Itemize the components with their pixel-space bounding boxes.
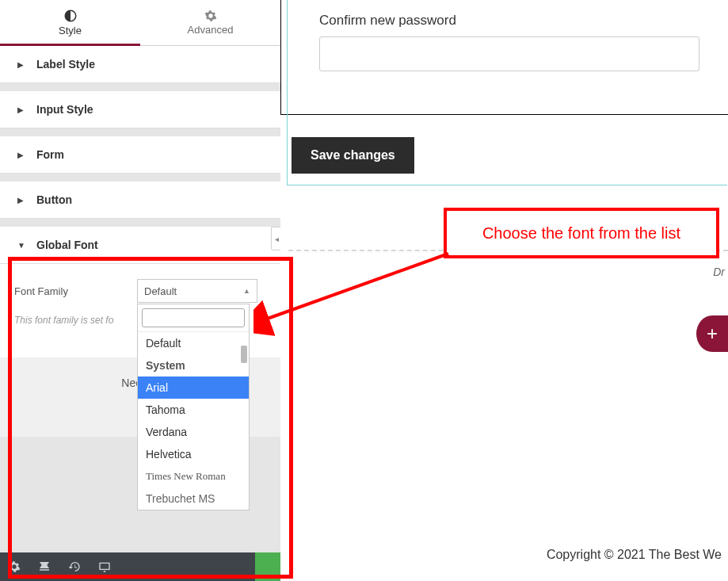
bottom-toolbar xyxy=(0,552,280,581)
panel-title: Input Style xyxy=(36,103,93,116)
tab-label: Advanced xyxy=(188,24,234,36)
panel-input-style[interactable]: ▶ Input Style xyxy=(0,91,280,128)
panel-title: Global Font xyxy=(36,239,98,251)
responsive-icon[interactable] xyxy=(98,560,111,573)
caret-right-icon: ▶ xyxy=(17,151,25,159)
font-option-trebuchet[interactable]: Trebuchet MS xyxy=(138,487,249,510)
panel-button[interactable]: ▶ Button xyxy=(0,182,280,219)
navigator-icon[interactable] xyxy=(38,560,51,573)
panel-title: Label Style xyxy=(36,58,95,71)
font-family-row: Font Family Default ▲ xyxy=(14,278,266,304)
caret-up-icon: ▲ xyxy=(243,287,250,295)
panel-title: Form xyxy=(36,148,64,161)
scrollbar-thumb[interactable] xyxy=(241,346,247,363)
font-option-default[interactable]: Default xyxy=(138,332,249,354)
font-option-arial[interactable]: Arial xyxy=(138,377,249,399)
font-search-wrap xyxy=(138,304,249,332)
history-icon[interactable] xyxy=(68,560,81,573)
editor-tabs: Style Advanced xyxy=(0,0,280,46)
confirm-password-input[interactable] xyxy=(319,36,699,71)
save-changes-button[interactable]: Save changes xyxy=(292,137,414,174)
caret-right-icon: ▶ xyxy=(17,105,25,114)
font-family-selected: Default xyxy=(144,285,177,297)
panel-title: Button xyxy=(36,193,72,206)
caret-right-icon: ▶ xyxy=(17,196,25,204)
annotation-callout: Choose the font from the list xyxy=(444,208,719,258)
publish-button[interactable] xyxy=(255,552,280,581)
panel-form[interactable]: ▶ Form xyxy=(0,136,280,174)
preview-area: Confirm new password Save changes + Dr C… xyxy=(280,0,728,581)
add-section-button[interactable]: + xyxy=(696,315,728,352)
footer-copyright: Copyright © 2021 The Best We xyxy=(547,548,722,562)
font-option-tahoma[interactable]: Tahoma xyxy=(138,399,249,421)
panel-list: ▶ Label Style ▶ Input Style ▶ Form ▶ But… xyxy=(0,46,280,437)
font-option-helvetica[interactable]: Helvetica xyxy=(138,443,249,465)
form-area: Confirm new password xyxy=(280,0,728,115)
caret-down-icon: ▼ xyxy=(17,241,25,250)
font-family-label: Font Family xyxy=(14,285,137,297)
panel-label-style[interactable]: ▶ Label Style xyxy=(0,46,280,83)
editor-sidebar: Style Advanced ▶ Label Style ▶ Input Sty… xyxy=(0,0,280,581)
panel-global-font[interactable]: ▼ Global Font ◂ xyxy=(0,227,280,264)
plus-icon: + xyxy=(707,323,718,345)
font-option-list[interactable]: Default System Arial Tahoma Verdana Helv… xyxy=(138,332,249,510)
tab-style[interactable]: Style xyxy=(0,0,140,45)
font-search-input[interactable] xyxy=(142,308,245,327)
drag-hint: Dr xyxy=(280,266,728,278)
settings-icon[interactable] xyxy=(8,560,21,573)
gear-icon xyxy=(204,10,217,22)
font-option-verdana[interactable]: Verdana xyxy=(138,421,249,443)
tab-label: Style xyxy=(59,25,82,36)
font-option-times[interactable]: Times New Roman xyxy=(138,465,249,487)
caret-right-icon: ▶ xyxy=(17,60,25,69)
annotation-text: Choose the font from the list xyxy=(482,224,680,243)
confirm-password-label: Confirm new password xyxy=(319,13,728,29)
global-font-body: Font Family Default ▲ This font family i… xyxy=(0,264,280,357)
font-family-select[interactable]: Default ▲ xyxy=(137,279,257,303)
tab-advanced[interactable]: Advanced xyxy=(140,0,280,45)
font-dropdown: Default System Arial Tahoma Verdana Helv… xyxy=(137,304,250,510)
font-group-system[interactable]: System xyxy=(138,354,249,377)
half-circle-icon xyxy=(63,9,78,23)
